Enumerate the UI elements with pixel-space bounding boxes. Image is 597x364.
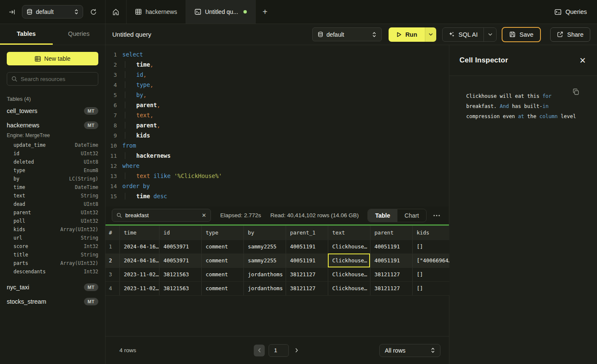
column-header[interactable]: text <box>328 226 370 240</box>
search-resources-input[interactable] <box>21 76 94 82</box>
page-size-selector[interactable]: All rows <box>379 344 440 357</box>
table-cell[interactable]: [] <box>412 240 449 253</box>
table-cell[interactable]: 38121127 <box>370 267 412 281</box>
column-list-item[interactable]: typeEnum8 <box>0 166 105 175</box>
column-list-item[interactable]: byLC(String) <box>0 175 105 183</box>
table-cell[interactable]: 38121127 <box>286 267 328 281</box>
table-cell[interactable]: Clickhouse… <box>328 281 370 295</box>
run-button[interactable]: Run <box>389 27 425 42</box>
database-selector-query[interactable]: default <box>312 27 382 41</box>
sql-ai-options-button[interactable] <box>484 28 496 41</box>
column-list-item[interactable]: partsArray(UInt32) <box>0 259 105 267</box>
clear-filter-icon[interactable]: ✕ <box>202 212 206 218</box>
table-cell[interactable]: jordanthoms <box>243 267 286 281</box>
copy-icon[interactable] <box>573 89 579 95</box>
table-cell[interactable]: 38121127 <box>286 281 328 295</box>
table-cell[interactable]: 40053971 <box>159 253 201 267</box>
sidebar-table-hackernews[interactable]: hackernews MT <box>0 119 105 132</box>
table-cell[interactable]: ["40066964… <box>412 253 449 267</box>
table-cell[interactable]: sammy2255 <box>243 253 286 267</box>
column-header[interactable]: time <box>119 226 159 240</box>
save-button[interactable]: Save <box>502 27 541 42</box>
table-cell[interactable]: 38121127 <box>370 281 412 295</box>
table-cell[interactable]: comment <box>201 281 243 295</box>
row-number[interactable]: 2 <box>105 253 119 267</box>
sidebar-table-stocks-stream[interactable]: stocks_stream MT <box>0 295 105 308</box>
code-content: where <box>122 162 140 169</box>
collapse-sidebar-icon[interactable] <box>6 6 18 18</box>
table-cell[interactable]: 38121563 <box>159 281 201 295</box>
tab-untitled-query[interactable]: Untitled qu... <box>186 0 256 24</box>
column-header[interactable]: parent <box>370 226 412 240</box>
column-header[interactable]: # <box>105 226 119 240</box>
row-number[interactable]: 1 <box>105 240 119 253</box>
column-header[interactable]: parent_1 <box>286 226 328 240</box>
sql-ai-button[interactable]: SQL AI <box>443 31 484 38</box>
code-content: order by <box>122 183 150 189</box>
view-toggle-chart[interactable]: Chart <box>397 209 426 222</box>
column-list-item[interactable]: pollUInt32 <box>0 217 105 225</box>
column-list-item[interactable]: textString <box>0 191 105 200</box>
table-cell[interactable]: 2024-04-16… <box>119 240 159 253</box>
new-tab-button[interactable]: + <box>256 0 274 24</box>
table-cell[interactable]: jordanthoms <box>243 281 286 295</box>
results-filter-input[interactable] <box>125 212 198 218</box>
previous-page-button[interactable] <box>254 345 265 356</box>
table-cell[interactable]: 40051191 <box>370 240 412 253</box>
tab-home[interactable] <box>105 0 127 24</box>
table-cell[interactable]: 40051191 <box>286 240 328 253</box>
queries-button[interactable]: Queries <box>544 0 597 24</box>
more-options-icon[interactable] <box>433 215 440 216</box>
next-page-button[interactable] <box>293 348 301 353</box>
table-cell[interactable]: [] <box>412 281 449 295</box>
column-header[interactable]: by <box>243 226 286 240</box>
page-number-input[interactable] <box>269 344 289 357</box>
table-cell[interactable]: comment <box>201 267 243 281</box>
column-list-item[interactable]: deletedUInt8 <box>0 158 105 166</box>
row-number[interactable]: 4 <box>105 281 119 295</box>
column-list-item[interactable]: deadUInt8 <box>0 200 105 208</box>
sidebar-table-cell-towers[interactable]: cell_towers MT <box>0 105 105 117</box>
table-cell[interactable]: Clickhouse… <box>328 267 370 281</box>
sidebar-tab-label: Tables <box>17 30 36 37</box>
table-cell[interactable]: comment <box>201 240 243 253</box>
sidebar-tab-queries[interactable]: Queries <box>53 24 105 45</box>
table-cell[interactable]: sammy2255 <box>243 240 286 253</box>
column-list-item[interactable]: idUInt32 <box>0 149 105 158</box>
row-number[interactable]: 3 <box>105 267 119 281</box>
close-icon[interactable]: ✕ <box>579 57 586 65</box>
refresh-icon[interactable] <box>87 6 99 18</box>
table-cell[interactable]: 40051191 <box>286 253 328 267</box>
column-list-item[interactable]: update_timeDateTime <box>0 141 105 149</box>
column-list-item[interactable]: timeDateTime <box>0 183 105 191</box>
table-cell[interactable]: Clickhouse… <box>328 253 370 267</box>
sql-editor[interactable]: 1select2time,3id,4type,5by,6parent,7text… <box>105 45 449 206</box>
table-cell[interactable]: 40053971 <box>159 240 201 253</box>
table-cell[interactable]: comment <box>201 253 243 267</box>
sidebar-table-nyc-taxi[interactable]: nyc_taxi MT <box>0 281 105 294</box>
run-options-button[interactable] <box>425 27 436 42</box>
table-cell[interactable]: 38121563 <box>159 267 201 281</box>
view-toggle-table[interactable]: Table <box>368 209 397 222</box>
column-list-item[interactable]: urlString <box>0 234 105 242</box>
tab-hackernews[interactable]: hackernews <box>127 0 186 24</box>
table-cell[interactable]: 2023-11-02… <box>119 281 159 295</box>
column-list-item[interactable]: parentUInt32 <box>0 208 105 217</box>
table-cell[interactable]: Clickhouse… <box>328 240 370 253</box>
table-cell[interactable]: 2023-11-02… <box>119 267 159 281</box>
column-list-item[interactable]: descendantsInt32 <box>0 267 105 276</box>
database-selector-top[interactable]: default <box>22 5 83 19</box>
new-table-button[interactable]: New table <box>7 52 98 65</box>
sidebar-tab-tables[interactable]: Tables <box>0 24 53 45</box>
topbar-left: default <box>0 0 105 24</box>
column-header[interactable]: type <box>201 226 243 240</box>
table-cell[interactable]: 2024-04-16… <box>119 253 159 267</box>
table-cell[interactable]: [] <box>412 267 449 281</box>
column-list-item[interactable]: scoreInt32 <box>0 242 105 251</box>
column-list-item[interactable]: titleString <box>0 251 105 259</box>
share-button[interactable]: Share <box>550 27 590 42</box>
column-header[interactable]: id <box>159 226 201 240</box>
column-header[interactable]: kids <box>412 226 449 240</box>
table-cell[interactable]: 40051191 <box>370 253 412 267</box>
column-list-item[interactable]: kidsArray(UInt32) <box>0 225 105 234</box>
